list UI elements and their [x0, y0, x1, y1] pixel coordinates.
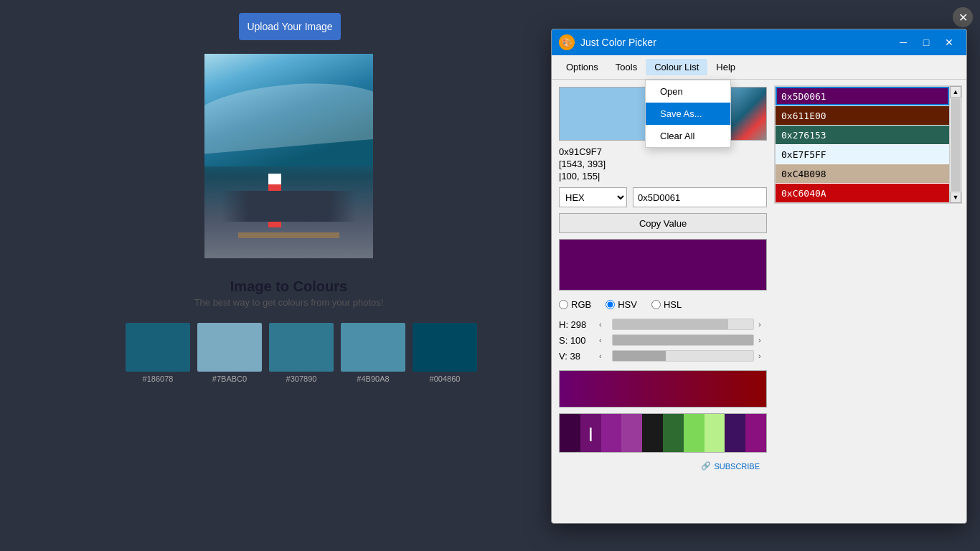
- gradient-bar: [559, 370, 767, 408]
- radio-row: RGB HSV HSL: [559, 296, 767, 313]
- h-arrow-left[interactable]: ‹: [599, 320, 608, 329]
- radio-hsl[interactable]: HSL: [651, 299, 682, 310]
- dropdown-clear-all[interactable]: Clear All: [646, 125, 730, 147]
- palette-swatch[interactable]: [684, 414, 705, 452]
- minimize-button[interactable]: ─: [893, 34, 913, 50]
- v-slider-track[interactable]: [612, 350, 754, 362]
- swatch-item: #4B90A8: [341, 323, 405, 383]
- h-arrow-right[interactable]: ›: [758, 320, 767, 329]
- cursor-pos-display: |100, 155|: [559, 171, 767, 182]
- hex-value-display: 0x91C9F7: [559, 146, 767, 157]
- jcp-content: ve As... 0x91C9F7 [1543, 393] |100, 155|: [552, 80, 966, 523]
- list-scrollbar: ▲ ▼: [950, 86, 961, 203]
- swatch-item: #307890: [269, 323, 334, 383]
- close-button[interactable]: ✕: [939, 34, 959, 50]
- swatch-item: #7BABC0: [197, 323, 262, 383]
- swatch-box[interactable]: [413, 323, 477, 372]
- scroll-down-arrow[interactable]: ▼: [950, 192, 961, 203]
- palette-swatch[interactable]: [560, 414, 580, 452]
- h-slider-track[interactable]: [612, 319, 754, 330]
- s-arrow-left[interactable]: ‹: [599, 336, 608, 344]
- restore-button[interactable]: □: [916, 34, 936, 50]
- color-list-item[interactable]: 0x5D0061: [776, 87, 949, 105]
- palette-swatch[interactable]: [642, 414, 663, 452]
- s-slider-row: S: 100 ‹ ›: [559, 334, 767, 346]
- color-list-item[interactable]: 0xC6040A: [776, 184, 949, 202]
- radio-rgb[interactable]: RGB: [559, 299, 591, 310]
- hex-input[interactable]: [633, 187, 767, 207]
- coords-display: [1543, 393]: [559, 159, 767, 169]
- swatch-item: #186078: [126, 323, 190, 383]
- swatches-row: #186078 #7BABC0 #307890 #4B90A8 #004860: [126, 323, 477, 383]
- palette-swatch[interactable]: [580, 414, 601, 452]
- s-slider-fill: [613, 335, 753, 345]
- v-slider-fill: [613, 351, 666, 361]
- menu-options[interactable]: Options: [557, 59, 607, 75]
- photo-container: [204, 54, 373, 258]
- color-list-item[interactable]: 0xE7F5FF: [776, 145, 949, 164]
- s-arrow-right[interactable]: ›: [758, 336, 767, 344]
- upload-button[interactable]: Upload Your Image: [239, 13, 341, 40]
- format-select[interactable]: HEX RGB HSL: [559, 187, 627, 207]
- photo-image: [204, 54, 373, 258]
- menu-colour-list[interactable]: Colour List: [646, 59, 707, 75]
- main-subtitle: The best way to get colours from your ph…: [187, 297, 391, 308]
- app-close-button[interactable]: ✕: [953, 7, 973, 27]
- palette-swatch[interactable]: [725, 414, 745, 452]
- v-arrow-right[interactable]: ›: [758, 352, 767, 360]
- s-slider-track[interactable]: [612, 334, 754, 346]
- swatch-item: #004860: [413, 323, 477, 383]
- swatch-box[interactable]: [197, 323, 262, 372]
- jcp-titlebar: 🎨 Just Color Picker ─ □ ✕: [552, 29, 966, 55]
- copy-value-button[interactable]: Copy Value: [559, 213, 767, 233]
- menu-tools[interactable]: Tools: [607, 59, 646, 75]
- app-background: Upload Your Image ✕ Image to Colours The…: [0, 0, 980, 551]
- main-title: Image to Colours: [204, 278, 373, 295]
- swatch-box[interactable]: [126, 323, 190, 372]
- color-list: 0x5D00610x611E000x2761530xE7F5FF0xC4B098…: [775, 86, 950, 203]
- jcp-icon: 🎨: [559, 34, 575, 50]
- jcp-body: ve As... 0x91C9F7 [1543, 393] |100, 155|: [552, 80, 966, 523]
- swatch-label: #307890: [286, 375, 317, 383]
- v-arrow-left[interactable]: ‹: [599, 352, 608, 360]
- hsv-sliders: H: 298 ‹ › S: 100 ‹: [559, 319, 767, 362]
- dropdown-save-as[interactable]: Save As...: [646, 103, 730, 125]
- palette-row: [559, 413, 767, 453]
- palette-swatch[interactable]: [601, 414, 622, 452]
- s-label: S: 100: [559, 335, 595, 346]
- big-color-display: [559, 239, 767, 291]
- subscribe-row[interactable]: 🔗 SUBSCRIBE: [559, 458, 767, 474]
- color-list-item[interactable]: 0x611E00: [776, 106, 949, 125]
- jcp-right-panel: 0x5D00610x611E000x2761530xE7F5FF0xC4B098…: [774, 80, 966, 523]
- color-preview-box: [559, 87, 651, 141]
- subscribe-label: SUBSCRIBE: [714, 462, 760, 471]
- swatch-label: #004860: [430, 375, 461, 383]
- colour-list-dropdown: Open Save As... Clear All: [645, 80, 731, 148]
- window-controls: ─ □ ✕: [893, 34, 959, 50]
- radio-hsv[interactable]: HSV: [606, 299, 637, 310]
- swatch-box[interactable]: [341, 323, 405, 372]
- color-info: 0x91C9F7 [1543, 393] |100, 155|: [559, 146, 767, 182]
- color-list-item[interactable]: 0xC4B098: [776, 164, 949, 183]
- palette-swatch[interactable]: [745, 414, 766, 452]
- h-slider-fill: [613, 319, 728, 329]
- menu-help[interactable]: Help: [707, 59, 744, 75]
- palette-swatch[interactable]: [621, 414, 642, 452]
- subscribe-icon: 🔗: [701, 461, 711, 471]
- palette-swatch[interactable]: [663, 414, 684, 452]
- jcp-title: Just Color Picker: [580, 37, 893, 48]
- swatch-box[interactable]: [269, 323, 334, 372]
- swatch-label: #7BABC0: [212, 375, 247, 383]
- palette-swatch[interactable]: [705, 414, 725, 452]
- swatch-label: #4B90A8: [357, 375, 389, 383]
- jcp-window: 🎨 Just Color Picker ─ □ ✕ Options Tools …: [551, 29, 967, 524]
- color-list-with-scroll: 0x5D00610x611E000x2761530xE7F5FF0xC4B098…: [774, 85, 962, 204]
- scroll-up-arrow[interactable]: ▲: [950, 86, 961, 98]
- h-slider-row: H: 298 ‹ ›: [559, 319, 767, 330]
- dropdown-open[interactable]: Open: [646, 80, 730, 103]
- format-row: HEX RGB HSL: [559, 187, 767, 207]
- scroll-thumb[interactable]: [951, 98, 961, 191]
- jcp-menubar: Options Tools Colour List Help Open Save…: [552, 55, 966, 80]
- v-slider-row: V: 38 ‹ ›: [559, 350, 767, 362]
- color-list-item[interactable]: 0x276153: [776, 126, 949, 144]
